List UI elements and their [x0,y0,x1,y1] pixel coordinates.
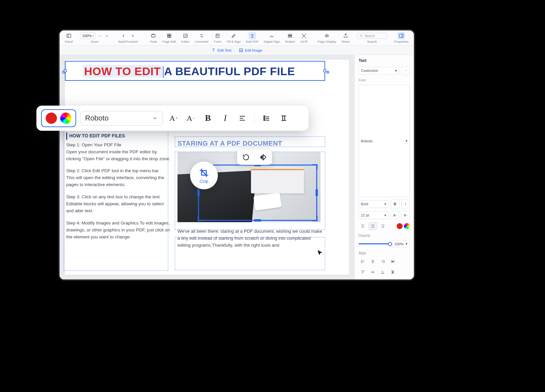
align-top-button[interactable] [260,112,273,125]
opacity-label: Opacity [359,233,410,237]
current-color-swatch[interactable] [46,113,57,124]
font-family-select[interactable]: Roboto ▾ [359,85,410,197]
tools-group[interactable]: Tools [147,30,160,45]
tools-label: Tools [150,40,157,43]
document-title[interactable]: HOW TO EDITA BEAUTIFUL PDF FILE [83,65,295,78]
digital-sign-group[interactable]: Digital Sign [261,30,282,45]
style-preset-select[interactable]: Customize ▾ [359,67,399,74]
edit-subtoolbar: Edit Text Edit Image [60,46,414,55]
redact-group[interactable]: Redact [282,30,298,45]
step3[interactable]: Step 3: Click on any text box to change … [66,194,172,215]
step4[interactable]: Step 4: Modify Images and Graphics To ed… [66,220,172,241]
font-size-select[interactable]: 12 pt ▾ [359,212,389,219]
crop-label: Crop [200,179,208,184]
align-obj-vcenter[interactable] [369,268,377,276]
converter-icon [198,32,205,39]
back-button[interactable] [120,32,127,39]
edit-pdf-group[interactable]: Edit PDF [243,30,261,45]
bold-button[interactable]: B [201,112,215,125]
align-obj-bottom[interactable] [378,268,387,276]
properties-panel: Text Customize ▾ ⋯ Font Roboto ▾ Bold [354,55,414,279]
chevron-down-icon: ▾ [406,139,408,143]
properties-label: Properties [394,40,409,43]
share-group[interactable]: Share [339,30,352,45]
align-right-button[interactable] [378,222,387,230]
opacity-value-select[interactable]: 100% ▾ [392,240,410,248]
rotate-button[interactable] [240,152,252,163]
editor-icon [182,32,189,39]
svg-rect-3 [170,34,171,36]
canvas[interactable]: HOW TO EDITA BEAUTIFUL PDF FILE HOW TO E… [60,55,354,279]
converter-group[interactable]: Converter [192,30,211,45]
edit-image-button[interactable]: Edit Image [239,48,263,53]
nav-group: Back/Forward [114,30,142,45]
font-weight-select[interactable]: Bold ▾ [359,200,389,208]
text-color-swatch[interactable] [397,223,403,229]
italic-button[interactable]: I [219,112,232,125]
bold-button[interactable]: B [391,200,399,208]
title-selection-box[interactable]: HOW TO EDITA BEAUTIFUL PDF FILE [65,61,325,81]
title-handle-right[interactable] [326,71,329,74]
panel-icon[interactable] [65,32,73,39]
svg-point-12 [326,35,327,36]
page-edit-group[interactable]: Page Edit [160,30,178,45]
chevron-down-icon: ▾ [384,202,386,206]
svg-rect-9 [289,35,291,36]
paragraph-align-button[interactable] [236,112,249,125]
align-obj-right[interactable] [378,258,387,266]
align-left-button[interactable] [359,222,367,230]
fill-sign-group[interactable]: Fill & Sign [224,30,243,45]
digital-sign-label: Digital Sign [264,40,280,43]
crop-tool-bubble[interactable]: Crop [190,162,218,189]
share-icon [342,32,349,39]
left-heading[interactable]: HOW TO EDIT PDF FILES [66,132,172,140]
title-handle-left[interactable] [62,71,65,74]
ocr-label: OCR [301,40,308,43]
main-toolbar: Panel 100% ▾ − + Zoom [60,30,414,46]
editor-label: Editor [181,40,190,43]
zoom-label: Zoom [91,40,99,43]
line-spacing-button[interactable] [277,112,290,125]
align-obj-top[interactable] [359,268,367,276]
opacity-slider[interactable] [359,243,390,244]
editor-group[interactable]: Editor [179,30,192,45]
search-input[interactable]: Search [357,33,387,39]
right-heading[interactable]: STARING AT A PDF DOCUMENT [177,140,323,147]
edit-text-button[interactable]: Edit Text [211,48,231,53]
font-family-dropdown[interactable]: Roboto [80,111,163,125]
align-center-button[interactable] [369,222,377,230]
color-wheel-button[interactable] [60,113,72,124]
digital-sign-icon [268,32,275,39]
zoom-select[interactable]: 100% ▾ [80,32,96,39]
svg-rect-14 [399,34,403,38]
distribute-v[interactable] [388,268,397,276]
distribute-h[interactable] [388,258,397,266]
properties-group[interactable]: Properties [392,30,411,45]
zoom-in-button[interactable]: + [104,33,109,38]
share-label: Share [341,40,350,43]
form-icon [214,32,221,39]
italic-button[interactable]: I [401,200,410,208]
align-obj-left[interactable] [359,258,367,266]
zoom-out-button[interactable]: − [98,33,102,38]
form-group[interactable]: Form [211,30,224,45]
right-paragraph[interactable]: We've all been there: staring at a PDF d… [177,228,323,249]
ocr-group[interactable]: OCR [298,30,310,45]
forward-button[interactable] [129,32,136,39]
increase-font-button[interactable]: A+ [391,211,399,220]
edit-text-label: Edit Text [218,48,231,52]
style-more-button[interactable]: ⋯ [401,66,410,75]
step2[interactable]: Step 2: Click Edit PDF tool in the top m… [66,168,172,188]
align-obj-hcenter[interactable] [369,258,377,266]
page-display-group[interactable]: Page Display [315,30,339,45]
page-display-label: Page Display [318,40,336,43]
decrease-font-button[interactable]: A− [401,211,410,220]
step1[interactable]: Step 1: Open Your PDF FileOpen your docu… [66,142,172,163]
decrease-font-button[interactable]: A− [184,112,197,125]
title-part-blue: A BEAUTIFUL PDF FILE [164,65,295,77]
flip-button[interactable] [257,152,269,163]
svg-rect-0 [67,34,71,38]
chevron-down-icon [152,115,158,121]
color-picker-button[interactable] [404,223,410,229]
increase-font-button[interactable]: A+ [167,112,180,125]
